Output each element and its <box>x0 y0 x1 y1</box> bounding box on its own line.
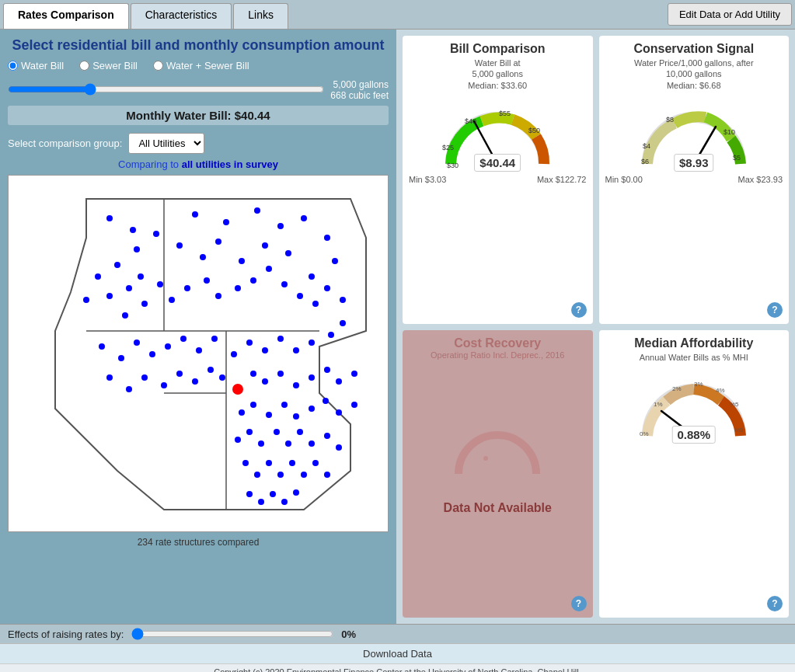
cost-recovery-title: Cost Recovery <box>454 336 541 350</box>
svg-point-22 <box>153 231 159 237</box>
radio-sewer-bill[interactable]: Sewer Bill <box>79 60 138 71</box>
bill-comparison-value: $40.44 <box>474 154 521 172</box>
median-affordability-subtitle: Annual Water Bills as % MHI <box>640 352 748 363</box>
svg-point-6 <box>106 215 113 221</box>
svg-point-9 <box>223 219 229 225</box>
svg-point-98 <box>266 460 272 466</box>
map-container <box>8 175 389 532</box>
svg-point-100 <box>289 460 295 466</box>
cost-recovery-unavailable: Data Not Available <box>409 360 587 580</box>
svg-point-40 <box>281 281 288 287</box>
svg-point-8 <box>192 211 198 218</box>
svg-text:0%: 0% <box>640 430 649 437</box>
svg-point-10 <box>254 207 260 214</box>
conservation-signal-help-button[interactable]: ? <box>767 302 783 318</box>
cost-recovery-not-available-text: Data Not Available <box>444 501 552 515</box>
svg-point-16 <box>285 250 291 256</box>
svg-point-18 <box>239 258 245 264</box>
bill-comparison-card: Bill Comparison Water Bill at 5,000 gall… <box>403 36 593 324</box>
svg-point-54 <box>231 351 237 357</box>
svg-point-44 <box>340 297 346 303</box>
svg-point-48 <box>149 351 155 357</box>
svg-text:%9: %9 <box>734 427 744 433</box>
radio-water-bill[interactable]: Water Bill <box>8 60 64 71</box>
svg-point-23 <box>134 246 140 252</box>
svg-point-60 <box>328 332 334 338</box>
svg-point-66 <box>176 371 183 377</box>
svg-point-55 <box>246 339 253 346</box>
svg-point-99 <box>277 472 284 478</box>
svg-text:$25: $25 <box>442 144 454 151</box>
svg-rect-0 <box>9 176 389 532</box>
svg-point-15 <box>309 273 315 280</box>
effects-slider[interactable] <box>131 628 333 640</box>
svg-point-74 <box>309 374 315 381</box>
bill-type-radio-group: Water Bill Sewer Bill Water + Sewer Bill <box>8 60 389 71</box>
svg-point-35 <box>204 277 210 284</box>
radio-sewer-bill-label: Sewer Bill <box>92 60 138 71</box>
svg-point-71 <box>262 378 268 385</box>
svg-text:$4: $4 <box>643 142 650 150</box>
svg-point-41 <box>297 293 303 299</box>
svg-point-24 <box>114 262 120 268</box>
tab-characteristics[interactable]: Characteristics <box>131 3 232 29</box>
svg-point-97 <box>254 472 260 478</box>
svg-point-87 <box>235 437 241 443</box>
svg-point-92 <box>297 429 303 435</box>
svg-point-29 <box>141 301 148 307</box>
svg-point-43 <box>324 285 330 291</box>
svg-point-26 <box>83 297 89 303</box>
radio-water-sewer-bill[interactable]: Water + Sewer Bill <box>153 60 249 71</box>
svg-point-58 <box>293 347 299 353</box>
svg-point-59 <box>309 339 315 346</box>
conservation-signal-title: Conservation Signal <box>633 42 754 56</box>
cost-recovery-help-button[interactable]: ? <box>571 596 587 611</box>
svg-text:$50: $50 <box>528 127 540 134</box>
svg-point-73 <box>293 382 299 388</box>
radio-water-sewer-bill-label: Water + Sewer Bill <box>166 60 249 71</box>
svg-point-36 <box>215 293 221 299</box>
svg-point-69 <box>219 374 225 381</box>
svg-point-56 <box>262 347 268 353</box>
svg-point-89 <box>258 440 264 447</box>
median-affordability-help-button[interactable]: ? <box>767 596 783 611</box>
svg-text:$8: $8 <box>666 116 674 124</box>
download-bar[interactable]: Download Data <box>0 643 795 663</box>
svg-point-14 <box>332 258 338 264</box>
consumption-slider[interactable] <box>8 83 324 96</box>
comparison-group-select[interactable]: All Utilities <box>128 133 204 154</box>
svg-point-57 <box>277 336 284 342</box>
comparison-group-label: Select comparison group: <box>8 138 122 149</box>
cost-recovery-faded-gauge <box>447 423 548 486</box>
conservation-signal-gauge: $6 $8 $10 $5 $4 $8.93 <box>632 94 756 172</box>
svg-point-103 <box>324 472 330 478</box>
svg-point-42 <box>312 301 319 307</box>
svg-point-39 <box>266 266 272 272</box>
comparing-bold: all utilities in survey <box>182 158 278 170</box>
svg-point-7 <box>130 227 136 233</box>
svg-point-101 <box>301 472 307 478</box>
median-affordability-value: 0.88% <box>671 426 716 444</box>
svg-point-81 <box>281 402 288 408</box>
svg-point-84 <box>323 398 329 404</box>
tab-rates-comparison[interactable]: Rates Comparison <box>3 3 129 29</box>
svg-point-68 <box>207 367 214 373</box>
svg-text:$6: $6 <box>641 158 649 165</box>
svg-text:1%: 1% <box>654 401 663 408</box>
effects-bar: Effects of raising rates by: 0% <box>0 624 795 643</box>
svg-text:%5: %5 <box>730 401 739 408</box>
svg-point-51 <box>196 347 202 353</box>
monthly-bill-display: Monthly Water Bill: $40.44 <box>8 106 389 125</box>
svg-point-64 <box>141 374 148 381</box>
bill-comparison-help-button[interactable]: ? <box>571 302 587 318</box>
svg-point-90 <box>274 429 280 435</box>
svg-point-12 <box>301 215 307 221</box>
svg-point-19 <box>215 239 221 245</box>
edit-data-button[interactable]: Edit Data or Add Utility <box>668 3 792 26</box>
svg-point-31 <box>138 273 144 280</box>
svg-point-45 <box>99 343 105 350</box>
bill-comparison-gauge: $30 $40 $55 $50 $25 $40.44 <box>435 94 560 172</box>
cost-recovery-card: Cost Recovery Operating Ratio Incl. Depr… <box>403 330 593 618</box>
svg-point-63 <box>126 386 132 392</box>
tab-links[interactable]: Links <box>233 3 288 29</box>
